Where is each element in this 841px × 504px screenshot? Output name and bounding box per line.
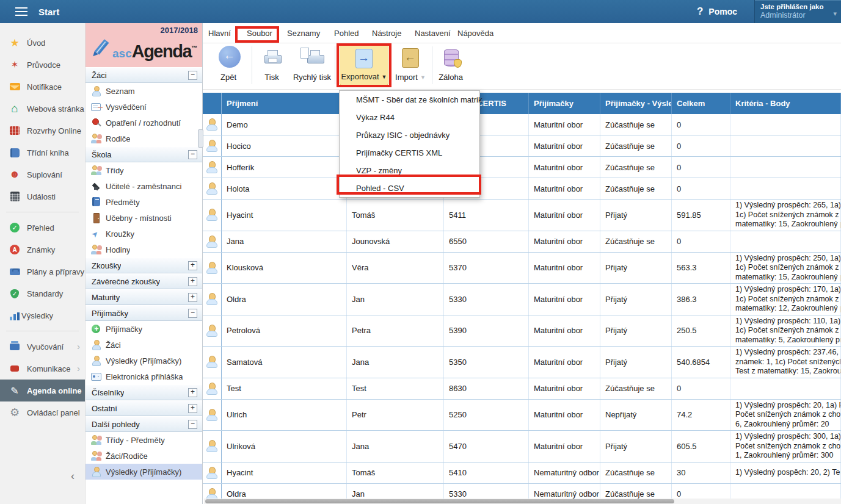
logged-in-user-box[interactable]: Jste přihlášen jako Administrátor ▾	[754, 0, 841, 23]
table-row[interactable]: Ulrich Petr 5250 Maturitní obor Nepřijat…	[203, 400, 841, 431]
sidebar-item[interactable]: Ovládací panel	[0, 401, 85, 423]
export-menu-item[interactable]: Prijímačky CERTIS XML	[340, 144, 479, 162]
column-header-total[interactable]: Celkem	[672, 93, 730, 114]
sidebar-item[interactable]	[6, 331, 79, 331]
scrollbar-thumb[interactable]	[205, 499, 674, 503]
menu-item[interactable]: Pohled	[334, 29, 359, 38]
sidebar-item[interactable]: Průvodce	[0, 54, 85, 76]
menu-item[interactable]: Soubor	[247, 29, 272, 38]
column-header-exam[interactable]: Přijímačky	[529, 93, 600, 114]
table-row[interactable]: Jana Jounovská 6550 Maturitní obor Zúčas…	[203, 231, 841, 253]
tree-entry[interactable]: Ostatní +	[86, 400, 202, 416]
collapse-sidebar-chevron-icon[interactable]: ‹	[71, 470, 75, 483]
expand-collapse-toggle[interactable]: −	[188, 150, 197, 159]
help-button[interactable]: ? Pomoc	[697, 5, 737, 18]
tree-entry[interactable]: Číselníky +	[86, 384, 202, 400]
table-row[interactable]: Hofferík Maturitní obor Zúčastňuje se 0	[203, 157, 841, 178]
sidebar-item[interactable]: Úvod	[0, 32, 85, 54]
tree-entry[interactable]: Předměty	[86, 194, 202, 210]
table-row[interactable]: Klousková Věra 5370 Maturitní obor Přija…	[203, 253, 841, 284]
toolbar-button[interactable]: Záloha	[435, 45, 469, 85]
expand-collapse-toggle[interactable]: +	[188, 261, 197, 270]
tree-entry[interactable]: Žáci −	[86, 67, 202, 83]
tree-entry[interactable]: Závěrečné zkoušky +	[86, 273, 202, 289]
sidebar-item[interactable]: Plány a přípravy	[0, 261, 85, 283]
export-menu-item[interactable]: VZP - změny	[340, 162, 479, 179]
expand-collapse-toggle[interactable]: +	[188, 277, 197, 286]
column-header-surname[interactable]: Příjmení	[222, 93, 347, 114]
sidebar-item[interactable]: Třídní kniha	[0, 142, 85, 164]
menu-item[interactable]: Seznamy	[287, 29, 320, 38]
expand-collapse-toggle[interactable]: +	[188, 293, 197, 302]
sidebar-item[interactable]: Notifikace	[0, 76, 85, 98]
table-row[interactable]: Hyacint Tomáš 5410 Nematuritný odbor Zúč…	[203, 463, 841, 484]
export-menu-item[interactable]: MŠMT - Sběr dat ze školních matrik	[340, 91, 479, 109]
sidebar-splitter-handle[interactable]	[198, 129, 203, 148]
sidebar-item[interactable]: Standardy	[0, 283, 85, 304]
menu-item[interactable]: Hlavní	[208, 29, 231, 38]
table-row[interactable]: Holota Maturitní obor Zúčastňuje se 0	[203, 178, 841, 200]
tree-entry[interactable]: Maturity +	[86, 289, 202, 305]
sidebar-item[interactable]: Známky	[0, 239, 85, 261]
sidebar-item[interactable]: Agenda online	[0, 380, 85, 401]
tree-entry[interactable]: Přijímačky	[86, 321, 202, 337]
export-menu-item[interactable]: Výkaz R44	[340, 109, 479, 126]
table-row[interactable]: Hyacint Tomáš 5411 Maturitní obor Přijat…	[203, 200, 841, 231]
menu-item[interactable]: Nastavení	[415, 29, 451, 38]
export-menu-item[interactable]: Průkazy ISIC - objednávky	[340, 126, 479, 144]
tree-entry[interactable]: Výsledky (Přijímačky)	[86, 464, 202, 480]
start-label[interactable]: Start	[38, 7, 59, 17]
tree-entry[interactable]: Škola −	[86, 146, 202, 162]
sidebar-item[interactable]: Výsledky	[0, 304, 85, 326]
sidebar-item[interactable]: Suplování	[0, 164, 85, 185]
tree-entry[interactable]: Další pohledy −	[86, 416, 202, 432]
table-row[interactable]: Oldra Jan 5330 Maturitní obor Přijatý 38…	[203, 284, 841, 315]
column-header-result[interactable]: Přijímačky - Výsled	[600, 93, 672, 114]
tree-entry[interactable]: Třídy	[86, 162, 202, 178]
tree-entry[interactable]: Elektronická přihláška	[86, 369, 202, 384]
sidebar-item[interactable]: Události	[0, 185, 85, 207]
sidebar-item[interactable]: Přehled	[0, 217, 85, 239]
toolbar-button[interactable]: Zpět	[214, 45, 246, 85]
column-header-criteria[interactable]: Kritéria - Body	[730, 93, 841, 114]
expand-collapse-toggle[interactable]: −	[188, 309, 197, 318]
sidebar-item[interactable]: Webová stránka	[0, 98, 85, 120]
hamburger-menu-icon[interactable]	[15, 7, 27, 9]
sidebar-item[interactable]: Komunikace ›	[0, 358, 85, 380]
table-row[interactable]: Ulriková Jana 5470 Maturitní obor Přijat…	[203, 431, 841, 463]
horizontal-scrollbar[interactable]	[204, 499, 841, 504]
menu-item[interactable]: Nápověda	[457, 29, 493, 38]
table-row[interactable]: Samatová Jana 5350 Maturitní obor Přijat…	[203, 347, 841, 378]
expand-collapse-toggle[interactable]: +	[188, 388, 197, 397]
toolbar-button[interactable]: Tisk	[258, 45, 288, 85]
tree-entry[interactable]: Učebny - místnosti	[86, 210, 202, 226]
tree-entry[interactable]: Žáci	[86, 337, 202, 353]
table-row[interactable]: Demo Maturitní obor Zúčastňuje se 0	[203, 114, 841, 135]
tree-entry[interactable]: Kroužky	[86, 226, 202, 242]
tree-entry[interactable]: Třídy - Předměty	[86, 432, 202, 448]
tree-entry[interactable]: Výsledky (Přijímačky)	[86, 353, 202, 369]
tree-entry[interactable]: Žáci/Rodiče	[86, 448, 202, 464]
expand-collapse-toggle[interactable]: −	[188, 71, 197, 80]
tree-entry[interactable]: Přijímačky −	[86, 305, 202, 321]
tree-entry[interactable]: Zkoušky +	[86, 257, 202, 273]
expand-collapse-toggle[interactable]: −	[188, 420, 197, 429]
tree-entry[interactable]: Rodiče	[86, 131, 202, 146]
table-row[interactable]: Hocico Maturitní obor Zúčastňuje se 0	[203, 135, 841, 157]
menu-item[interactable]: Nástroje	[372, 29, 401, 38]
tree-entry[interactable]: Vysvědčení	[86, 99, 202, 115]
sidebar-item[interactable]: Rozvrhy Online	[0, 120, 85, 142]
expand-collapse-toggle[interactable]: +	[188, 404, 197, 413]
toolbar-button[interactable]: Import ▼	[392, 45, 429, 85]
tree-entry[interactable]: Opatření / rozhodnutí	[86, 115, 202, 131]
sidebar-item[interactable]: Vyučování ›	[0, 336, 85, 358]
toolbar-button[interactable]: Rychlý tisk	[289, 45, 337, 85]
sidebar-item[interactable]	[6, 212, 79, 212]
tree-entry[interactable]: Seznam	[86, 83, 202, 99]
table-row[interactable]: Test Test 8630 Maturitní obor Zúčastňuje…	[203, 378, 841, 400]
table-row[interactable]: Petrolová Petra 5390 Maturitní obor Přij…	[203, 315, 841, 347]
column-header-icon[interactable]	[203, 93, 222, 114]
export-menu-item[interactable]: Pohled - CSV	[340, 179, 479, 197]
tree-entry[interactable]: Učitelé - zaměstnanci	[86, 178, 202, 194]
tree-entry[interactable]: Hodiny	[86, 242, 202, 257]
